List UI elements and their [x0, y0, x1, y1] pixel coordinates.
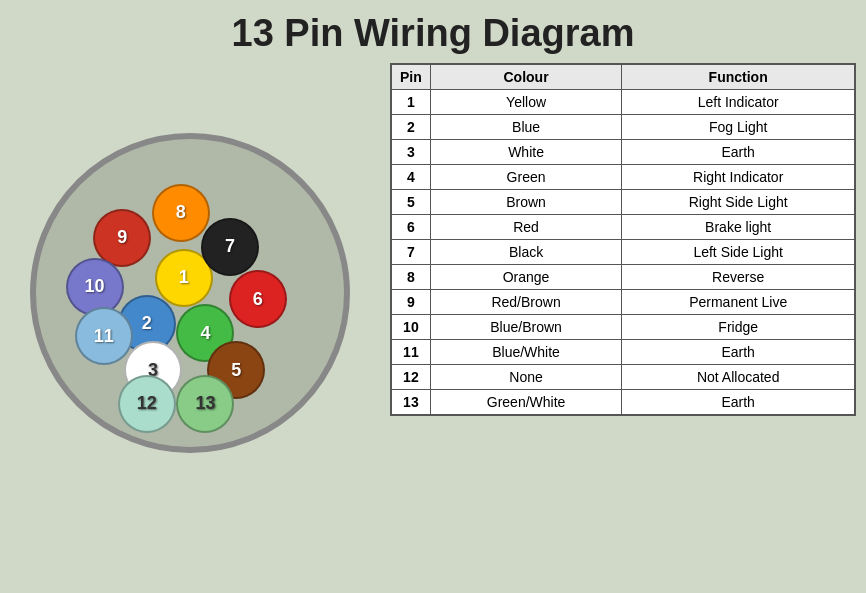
cell-colour: White [430, 140, 622, 165]
cell-pin-num: 3 [391, 140, 430, 165]
cell-colour: Red [430, 215, 622, 240]
cell-colour: Blue [430, 115, 622, 140]
table-row: 10Blue/BrownFridge [391, 315, 855, 340]
table-row: 3WhiteEarth [391, 140, 855, 165]
cell-pin-num: 5 [391, 190, 430, 215]
cell-function: Right Side Light [622, 190, 855, 215]
cell-function: Left Side Light [622, 240, 855, 265]
table-row: 11Blue/WhiteEarth [391, 340, 855, 365]
wiring-table: Pin Colour Function 1YellowLeft Indicato… [390, 63, 856, 416]
cell-colour: Blue/White [430, 340, 622, 365]
cell-colour: Blue/Brown [430, 315, 622, 340]
cell-colour: Black [430, 240, 622, 265]
pin-11: 11 [75, 307, 133, 365]
pin-10: 10 [66, 258, 124, 316]
pin-6: 6 [229, 270, 287, 328]
cell-function: Not Allocated [622, 365, 855, 390]
content-area: 12345678910111213 Pin Colour Function 1Y… [0, 63, 866, 523]
cell-function: Brake light [622, 215, 855, 240]
cell-colour: None [430, 365, 622, 390]
table-container: Pin Colour Function 1YellowLeft Indicato… [390, 63, 856, 416]
diagram-container: 12345678910111213 [10, 63, 370, 523]
cell-pin-num: 6 [391, 215, 430, 240]
cell-function: Reverse [622, 265, 855, 290]
table-row: 8OrangeReverse [391, 265, 855, 290]
cell-pin-num: 10 [391, 315, 430, 340]
cell-function: Left Indicator [622, 90, 855, 115]
cell-function: Earth [622, 140, 855, 165]
cell-colour: Brown [430, 190, 622, 215]
cell-pin-num: 9 [391, 290, 430, 315]
page-title: 13 Pin Wiring Diagram [0, 0, 866, 63]
cell-pin-num: 7 [391, 240, 430, 265]
table-row: 13Green/WhiteEarth [391, 390, 855, 416]
col-function: Function [622, 64, 855, 90]
cell-colour: Orange [430, 265, 622, 290]
cell-pin-num: 13 [391, 390, 430, 416]
table-row: 12NoneNot Allocated [391, 365, 855, 390]
cell-colour: Red/Brown [430, 290, 622, 315]
cell-pin-num: 12 [391, 365, 430, 390]
cell-function: Fog Light [622, 115, 855, 140]
pin-13: 13 [176, 375, 234, 433]
cell-function: Fridge [622, 315, 855, 340]
table-header-row: Pin Colour Function [391, 64, 855, 90]
col-pin: Pin [391, 64, 430, 90]
cell-function: Permanent Live [622, 290, 855, 315]
cell-colour: Green [430, 165, 622, 190]
cell-pin-num: 1 [391, 90, 430, 115]
col-colour: Colour [430, 64, 622, 90]
table-row: 7BlackLeft Side Light [391, 240, 855, 265]
cell-pin-num: 4 [391, 165, 430, 190]
table-row: 4GreenRight Indicator [391, 165, 855, 190]
cell-pin-num: 11 [391, 340, 430, 365]
cell-pin-num: 8 [391, 265, 430, 290]
cell-colour: Green/White [430, 390, 622, 416]
table-row: 1YellowLeft Indicator [391, 90, 855, 115]
connector-circle: 12345678910111213 [30, 133, 350, 453]
pin-8: 8 [152, 184, 210, 242]
pin-12: 12 [118, 375, 176, 433]
cell-pin-num: 2 [391, 115, 430, 140]
cell-function: Earth [622, 340, 855, 365]
table-row: 2BlueFog Light [391, 115, 855, 140]
cell-colour: Yellow [430, 90, 622, 115]
table-row: 6RedBrake light [391, 215, 855, 240]
cell-function: Earth [622, 390, 855, 416]
pin-7: 7 [201, 218, 259, 276]
table-row: 9Red/BrownPermanent Live [391, 290, 855, 315]
table-row: 5BrownRight Side Light [391, 190, 855, 215]
cell-function: Right Indicator [622, 165, 855, 190]
